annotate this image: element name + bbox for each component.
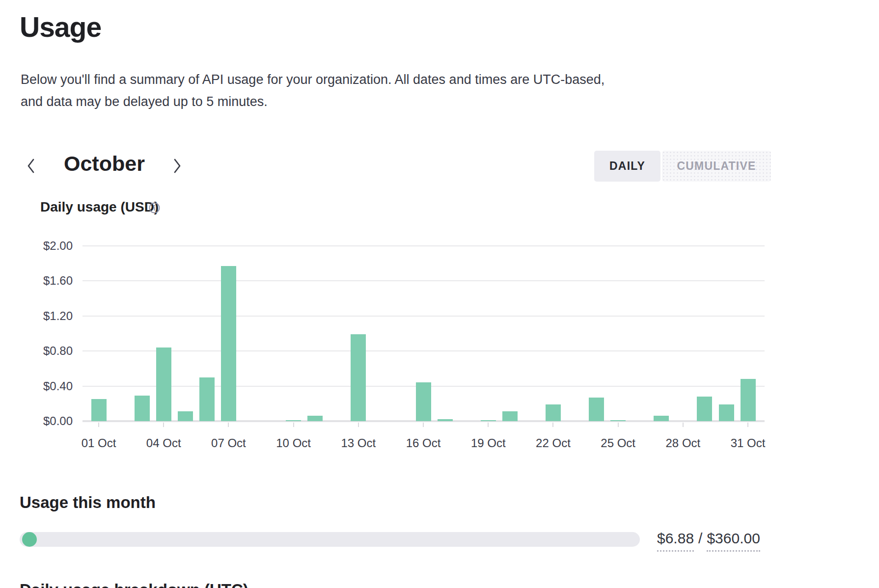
usage-bar: [135, 396, 150, 421]
x-axis-label: 19 Oct: [459, 436, 518, 450]
usage-bar: [199, 377, 215, 421]
usage-used-amount[interactable]: $6.88: [657, 530, 694, 552]
usage-bar: [741, 379, 756, 421]
x-axis-label: 28 Oct: [654, 436, 713, 450]
chart-gridline: [82, 245, 765, 246]
usage-bar: [221, 266, 236, 421]
y-axis-label: $0.80: [20, 344, 73, 358]
x-axis-label: 07 Oct: [199, 436, 258, 450]
y-axis-label: $1.20: [20, 309, 73, 323]
x-axis-tick: [163, 423, 164, 427]
usage-bar: [156, 347, 171, 421]
usage-bar: [719, 404, 734, 421]
usage-progress-bar: [20, 532, 640, 547]
x-axis-tick: [488, 423, 489, 427]
usage-bar: [589, 398, 604, 421]
x-axis-label: 04 Oct: [134, 436, 193, 450]
y-axis-label: $1.60: [20, 274, 73, 288]
usage-progress-fill: [22, 532, 37, 547]
usage-bar: [610, 420, 626, 421]
chart-gridline: [82, 280, 765, 281]
usage-bar: [546, 404, 561, 421]
usage-bar: [91, 399, 107, 421]
usage-bar: [286, 420, 301, 421]
usage-this-month-heading: Usage this month: [20, 493, 156, 512]
y-axis-label: $0.00: [20, 414, 73, 428]
usage-bar: [438, 419, 453, 421]
usage-bar: [416, 382, 431, 421]
daily-breakdown-heading: Daily usage breakdown (UTC): [20, 581, 248, 588]
x-axis-tick: [293, 423, 294, 427]
x-axis-label: 25 Oct: [589, 436, 648, 450]
usage-bar: [307, 416, 323, 421]
x-axis-tick: [358, 423, 359, 427]
x-axis-label: 31 Oct: [718, 436, 777, 450]
x-axis-tick: [423, 423, 424, 427]
x-axis-label: 10 Oct: [264, 436, 323, 450]
usage-bar: [481, 420, 496, 421]
daily-usage-chart: $2.00$1.60$1.20$0.80$0.40$0.0001 Oct04 O…: [0, 0, 879, 461]
usage-amount-separator: /: [698, 530, 702, 552]
usage-amount-row: $6.88 / $360.00: [657, 530, 760, 552]
chart-gridline: [82, 350, 765, 351]
usage-bar: [178, 411, 193, 421]
x-axis-tick: [98, 423, 99, 427]
usage-limit-amount[interactable]: $360.00: [707, 530, 760, 552]
usage-bar: [502, 411, 518, 421]
x-axis-tick: [747, 423, 748, 427]
usage-bar: [351, 334, 366, 421]
x-axis-label: 13 Oct: [329, 436, 388, 450]
usage-bar: [654, 416, 669, 421]
usage-bar: [697, 397, 712, 421]
x-axis-label: 16 Oct: [394, 436, 453, 450]
x-axis-tick: [618, 423, 619, 427]
y-axis-label: $0.40: [20, 379, 73, 393]
x-axis-label: 01 Oct: [69, 436, 128, 450]
chart-gridline: [82, 316, 765, 317]
x-axis-tick: [228, 423, 229, 427]
x-axis-tick: [683, 423, 684, 427]
y-axis-label: $2.00: [20, 239, 73, 253]
x-axis-label: 22 Oct: [523, 436, 582, 450]
x-axis-tick: [552, 423, 553, 427]
